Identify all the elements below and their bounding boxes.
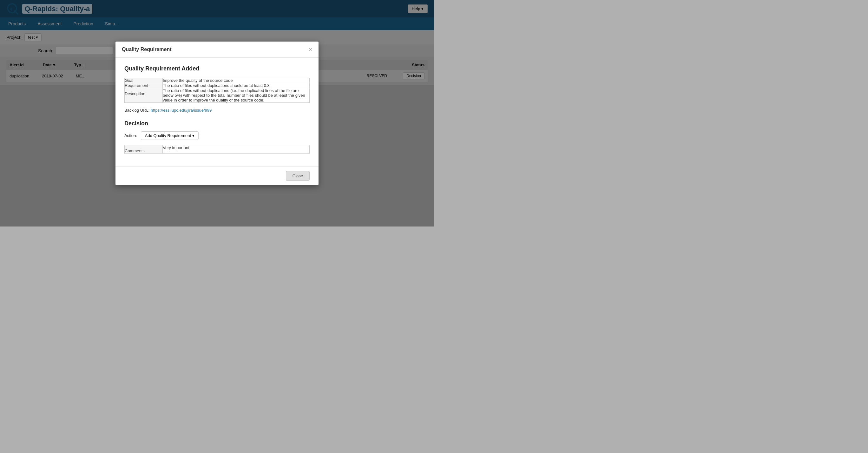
goal-value: Improve the quality of the source code xyxy=(163,78,310,83)
action-dropdown-button[interactable]: Add Quality Requirement ▾ xyxy=(141,131,198,140)
comments-row: Comments Very important xyxy=(125,145,310,153)
comments-label: Comments xyxy=(125,145,163,153)
description-row: Description The ratio of files without d… xyxy=(125,88,310,102)
modal-footer: Close xyxy=(116,166,318,185)
goal-label: Goal xyxy=(125,78,163,83)
goal-row: Goal Improve the quality of the source c… xyxy=(125,78,310,83)
description-label: Description xyxy=(125,88,163,102)
comments-value[interactable]: Very important xyxy=(163,145,310,153)
modal-close-button[interactable]: × xyxy=(309,47,312,52)
requirement-row: Requirement The ratio of files without d… xyxy=(125,83,310,88)
requirement-label: Requirement xyxy=(125,83,163,88)
requirement-value: The ratio of files without duplications … xyxy=(163,83,310,88)
comments-table: Comments Very important xyxy=(124,145,310,154)
close-button[interactable]: Close xyxy=(286,171,310,181)
backlog-url-link[interactable]: https://essi.upc.edu/jira/issue/999 xyxy=(151,108,212,113)
quality-requirement-modal: Quality Requirement × Quality Requiremen… xyxy=(116,41,318,185)
modal-body: Quality Requirement Added Goal Improve t… xyxy=(116,58,318,166)
action-label: Action: xyxy=(124,133,137,138)
backlog-label: Backlog URL: xyxy=(124,108,149,113)
decision-heading: Decision xyxy=(124,120,310,127)
description-value: The ratio of files without duplications … xyxy=(163,88,310,102)
backlog-url-line: Backlog URL: https://essi.upc.edu/jira/i… xyxy=(124,108,310,113)
modal-overlay: Quality Requirement × Quality Requiremen… xyxy=(0,0,434,227)
form-table: Goal Improve the quality of the source c… xyxy=(124,78,310,103)
section-added-heading: Quality Requirement Added xyxy=(124,65,310,72)
modal-header: Quality Requirement × xyxy=(116,41,318,58)
modal-title: Quality Requirement xyxy=(122,47,171,52)
action-row: Action: Add Quality Requirement ▾ xyxy=(124,131,310,140)
